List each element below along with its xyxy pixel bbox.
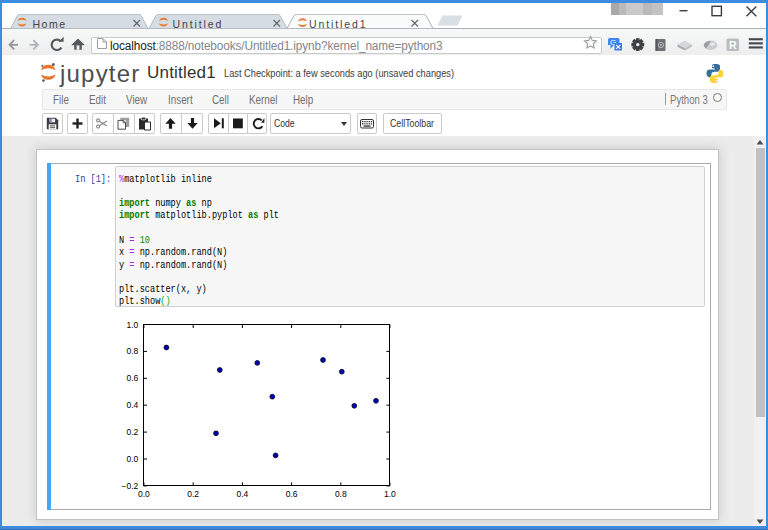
svg-text:0.2: 0.2 — [126, 427, 138, 437]
svg-text:0.6: 0.6 — [126, 373, 138, 383]
svg-text:0.4: 0.4 — [126, 400, 138, 410]
svg-text:0.4: 0.4 — [236, 489, 248, 499]
svg-text:0.8: 0.8 — [335, 489, 347, 499]
svg-text:1.0: 1.0 — [126, 320, 138, 330]
svg-text:0.0: 0.0 — [138, 489, 150, 499]
svg-text:0.6: 0.6 — [286, 489, 298, 499]
svg-text:R: R — [729, 39, 737, 51]
svg-text:1.0: 1.0 — [384, 489, 396, 499]
svg-text:0.8: 0.8 — [126, 346, 138, 356]
svg-text:0.2: 0.2 — [187, 489, 199, 499]
svg-text:−0.2: −0.2 — [122, 481, 139, 491]
svg-text:0.0: 0.0 — [126, 454, 138, 464]
